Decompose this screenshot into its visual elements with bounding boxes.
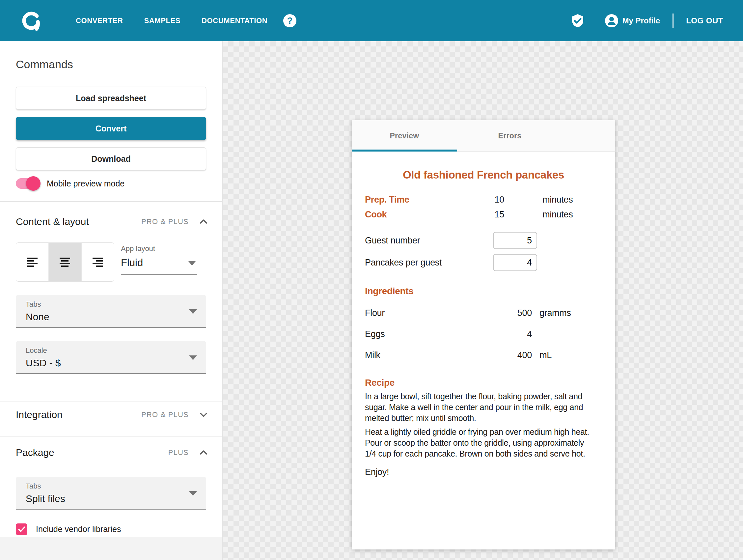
ingredient-row: Eggs 4 [365, 324, 602, 345]
text-align-group [16, 243, 114, 282]
checkmark-icon [18, 526, 26, 533]
meta-row: Cook 15 minutes [365, 207, 602, 222]
collapse-chevron-up-icon[interactable] [198, 447, 209, 458]
input-row: Guest number [365, 232, 602, 249]
dropdown-caret-icon [188, 261, 196, 265]
input-row: Pancakes per guest [365, 254, 602, 271]
meta-unit: minutes [542, 210, 573, 220]
content-layout-header: Content & layout PRO & PLUS [0, 216, 222, 227]
align-left-icon [26, 257, 39, 267]
convert-button[interactable]: Convert [16, 117, 206, 140]
meta-table: Prep. Time 10 minutes Cook 15 minutes [365, 192, 602, 222]
profile-label: My Profile [622, 16, 660, 26]
ingredient-qty: 4 [477, 329, 532, 339]
topbar-divider [672, 13, 673, 28]
nav-converter[interactable]: CONVERTER [76, 16, 123, 25]
package-tabs-value: Split files [26, 493, 198, 504]
ingredient-unit: mL [539, 350, 552, 360]
align-right-button[interactable] [82, 243, 114, 281]
user-icon [605, 14, 618, 27]
tabs-select[interactable]: Tabs None [16, 295, 206, 328]
topbar-right: My Profile LOG OUT [571, 13, 723, 28]
topbar: CONVERTER SAMPLES DOCUMENTATION ? My Pro… [0, 0, 743, 41]
recipe-heading: Recipe [365, 378, 602, 388]
app-layout-value: Fluid [121, 257, 197, 269]
ingredients-table: Flour 500 gramms Eggs 4 Milk 400 mL [365, 302, 602, 365]
ingredient-name: Flour [365, 308, 477, 318]
tab-errors[interactable]: Errors [457, 120, 563, 151]
shield-check-icon [571, 14, 584, 28]
profile-button[interactable]: My Profile [605, 14, 660, 27]
commands-title: Commands [16, 58, 207, 71]
preview-tabbar: Preview Errors [352, 120, 615, 152]
ingredient-row: Milk 400 mL [365, 345, 602, 365]
ingredient-row: Flour 500 gramms [365, 302, 602, 324]
locale-select[interactable]: Locale USD - $ [16, 341, 206, 374]
sidebar: Commands Load spreadsheet Convert Downlo… [0, 41, 223, 560]
meta-label: Cook [365, 210, 479, 220]
recipe-step: Heat a lightly oiled griddle or frying p… [365, 427, 596, 459]
recipe-step: In a large bowl, sift together the flour… [365, 391, 596, 424]
package-tabs-select[interactable]: Tabs Split files [16, 477, 206, 510]
tabs-label: Tabs [26, 300, 198, 309]
recipe-title: Old fashioned French pancakes [365, 169, 602, 181]
toggle-knob [26, 176, 41, 191]
collapse-chevron-up-icon[interactable] [198, 216, 209, 227]
pancakes-per-guest-input[interactable] [493, 254, 537, 271]
integration-header: Integration PRO & PLUS [0, 409, 222, 420]
include-vendor-checkbox[interactable] [16, 523, 27, 535]
sidebar-footer [0, 537, 222, 560]
package-tabs-label: Tabs [26, 482, 198, 490]
load-spreadsheet-button[interactable]: Load spreadsheet [16, 87, 206, 110]
preview-card: Preview Errors Old fashioned French panc… [352, 120, 615, 550]
pancakes-per-guest-label: Pancakes per guest [365, 258, 479, 268]
ingredients-heading: Ingredients [365, 286, 602, 297]
help-button[interactable]: ? [283, 14, 296, 27]
guest-number-input[interactable] [493, 232, 537, 249]
layout-controls: App layout Fluid [16, 243, 207, 282]
recipe-closing: Enjoy! [365, 467, 602, 477]
app-layout-label: App layout [121, 245, 197, 253]
sidebar-divider [0, 401, 222, 402]
nav-samples[interactable]: SAMPLES [144, 16, 181, 25]
recipe-app-preview: Old fashioned French pancakes Prep. Time… [352, 169, 615, 477]
app-layout-select[interactable]: App layout Fluid [121, 243, 197, 282]
align-left-button[interactable] [16, 243, 49, 281]
app-logo-icon[interactable] [21, 10, 42, 31]
mobile-preview-toggle[interactable] [16, 178, 40, 189]
logout-button[interactable]: LOG OUT [686, 16, 723, 26]
locale-value: USD - $ [26, 357, 198, 369]
meta-unit: minutes [542, 195, 573, 205]
ingredient-qty: 500 [477, 308, 532, 318]
ingredient-name: Eggs [365, 329, 477, 339]
download-button[interactable]: Download [16, 147, 206, 170]
expand-chevron-down-icon[interactable] [198, 409, 209, 420]
preview-canvas: Preview Errors Old fashioned French panc… [223, 41, 743, 560]
tabs-value: None [26, 311, 198, 322]
field-underline [121, 274, 197, 275]
align-right-icon [91, 257, 104, 267]
question-mark-icon: ? [287, 15, 293, 26]
integration-title: Integration [16, 409, 141, 420]
dropdown-caret-icon [189, 355, 197, 360]
meta-row: Prep. Time 10 minutes [365, 192, 602, 207]
dropdown-caret-icon [189, 491, 197, 496]
ingredient-qty: 400 [477, 350, 532, 360]
ingredient-name: Milk [365, 350, 477, 360]
input-rows: Guest number Pancakes per guest [365, 232, 602, 271]
include-vendor-row: Include vendor libraries [16, 523, 222, 535]
align-center-button[interactable] [49, 243, 81, 281]
align-center-icon [58, 257, 72, 267]
dropdown-caret-icon [189, 309, 197, 314]
tab-preview[interactable]: Preview [352, 120, 457, 151]
mobile-preview-row: Mobile preview mode [16, 178, 222, 189]
nav-documentation[interactable]: DOCUMENTATION [202, 16, 267, 25]
content-layout-badge: PRO & PLUS [141, 217, 189, 226]
sidebar-divider [0, 201, 222, 202]
integration-badge: PRO & PLUS [141, 411, 189, 419]
main-nav: CONVERTER SAMPLES DOCUMENTATION [76, 16, 267, 25]
ingredient-unit: gramms [539, 308, 571, 318]
sidebar-divider [0, 436, 222, 436]
guest-number-label: Guest number [365, 235, 479, 246]
meta-label: Prep. Time [365, 195, 479, 205]
